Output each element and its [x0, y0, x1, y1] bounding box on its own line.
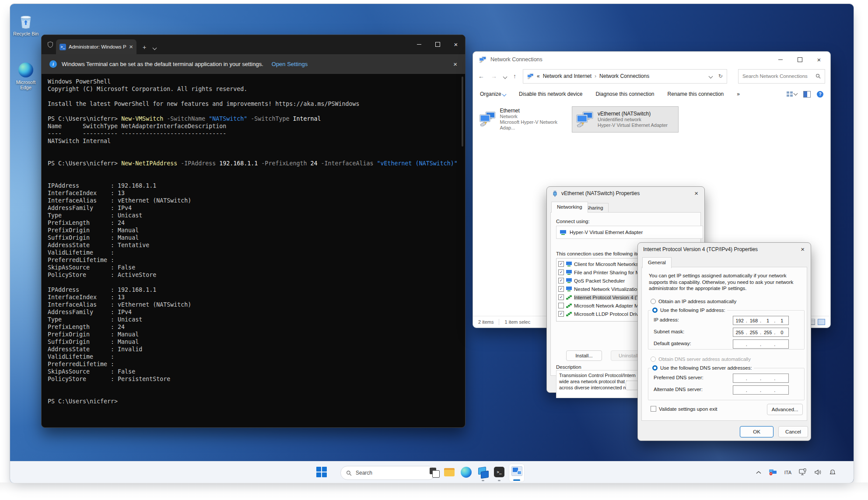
validate-settings-checkbox[interactable]: Validate settings upon exit	[651, 406, 717, 412]
terminal-titlebar[interactable]: Administrator: Windows Pow +	[42, 35, 465, 54]
preview-pane-button[interactable]	[803, 91, 811, 98]
hyperv-manager-button[interactable]	[477, 467, 489, 478]
tray-overflow-icon[interactable]	[756, 470, 761, 475]
task-view-button[interactable]	[429, 467, 440, 478]
checkbox-icon[interactable]: ✓	[558, 286, 564, 292]
connection-item-label: QoS Packet Scheduler	[574, 278, 625, 283]
checkbox-icon[interactable]	[558, 303, 564, 308]
terminal-line: IPAddress : 192.168.1.1	[48, 286, 465, 294]
explorer-close-button[interactable]	[809, 52, 829, 67]
radio-obtain-ip[interactable]: Obtain an IP address automatically	[651, 299, 736, 304]
tab-close-icon[interactable]	[129, 43, 133, 50]
change-view-button[interactable]	[787, 91, 797, 97]
open-settings-link[interactable]: Open Settings	[272, 61, 308, 67]
checkbox-icon[interactable]: ✓	[558, 278, 564, 283]
terminal-line	[48, 279, 465, 286]
install-button[interactable]: Install...	[566, 350, 602, 361]
terminal-line: PreferredLifetime :	[48, 360, 465, 368]
tab-general[interactable]: General	[642, 257, 672, 268]
network-adapter-icon	[479, 111, 496, 127]
terminal-line	[48, 152, 465, 160]
terminal-line: SkipAsSource : False	[48, 264, 465, 271]
radio-use-dns-icon[interactable]	[652, 365, 658, 371]
breadcrumb-item-network-and-internet[interactable]: Network and Internet	[543, 73, 592, 79]
preferred-dns-label: Preferred DNS server:	[654, 375, 704, 380]
terminal-line: AddressFamily : IPv4	[48, 308, 465, 316]
checkbox-icon[interactable]: ✓	[558, 311, 564, 317]
desktop-icon-recycle-bin[interactable]: Recycle Bin	[10, 14, 42, 36]
banner-close-icon[interactable]	[453, 61, 457, 68]
network-connections-taskbar-button[interactable]	[509, 464, 525, 482]
breadcrumb[interactable]: « Network and Internet › Network Connect…	[523, 69, 727, 84]
adapter-tile-ethernet[interactable]: Ethernet Network Microsoft Hyper-V Netwo…	[476, 106, 573, 132]
explorer-titlebar[interactable]: Network Connections	[473, 52, 830, 67]
explorer-maximize-button[interactable]	[790, 52, 809, 67]
language-indicator[interactable]: ITA	[784, 470, 791, 475]
terminal-minimize-button[interactable]	[410, 35, 428, 53]
desktop-icon-microsoft-edge[interactable]: Microsoft Edge	[10, 63, 42, 90]
checkbox-icon[interactable]: ✓	[558, 269, 564, 275]
forward-icon[interactable]: →	[491, 73, 497, 80]
checkbox-icon[interactable]: ✓	[558, 261, 564, 267]
adapter-device: Microsoft Hyper-V Network Adap...	[500, 119, 569, 131]
ok-button[interactable]: OK	[740, 426, 774, 437]
advanced-button[interactable]: Advanced...	[767, 404, 803, 415]
help-icon[interactable]	[817, 91, 823, 98]
terminal-line: NATSwitch Internal	[48, 137, 465, 145]
edge-button[interactable]	[461, 467, 472, 478]
radio-icon[interactable]	[651, 299, 656, 304]
organize-menu[interactable]: Organize	[480, 91, 506, 97]
up-icon[interactable]: ↑	[513, 73, 516, 80]
recent-locations-icon[interactable]	[504, 72, 507, 80]
toolbar-overflow-icon[interactable]: »	[737, 91, 740, 97]
terminal-close-button[interactable]	[447, 35, 465, 53]
subnet-mask-field[interactable]: 2552552550	[733, 328, 789, 337]
terminal-line: PrefixLength : 24	[48, 323, 465, 331]
new-tab-button[interactable]: +	[143, 44, 146, 50]
adapter-dialog-titlebar[interactable]: vEthernet (NATSwitch) Properties	[547, 187, 704, 200]
terminal-output[interactable]: Windows PowerShellCopyright (C) Microsof…	[42, 74, 465, 427]
taskbar-search[interactable]: Search	[340, 466, 436, 480]
terminal-taskbar-button[interactable]	[494, 467, 505, 478]
system-tray: ITA z	[756, 462, 836, 483]
rename-connection-button[interactable]: Rename this connection	[668, 91, 724, 97]
radio-use-ip-label[interactable]: Use the following IP address:	[660, 308, 725, 313]
file-explorer-button[interactable]	[444, 467, 455, 478]
breadcrumb-item-network-connections[interactable]: Network Connections	[599, 73, 649, 79]
terminal-maximize-button[interactable]	[428, 35, 447, 53]
volume-icon[interactable]	[814, 469, 822, 476]
checkbox-icon[interactable]	[651, 406, 656, 412]
preferred-dns-field[interactable]	[733, 374, 789, 383]
ip-address-field[interactable]: 19216811	[733, 316, 789, 325]
diagnose-connection-button[interactable]: Diagnose this connection	[595, 91, 654, 97]
network-status-icon[interactable]	[799, 469, 807, 476]
checkbox-icon[interactable]: ✓	[558, 294, 564, 300]
refresh-icon[interactable]: ↻	[718, 73, 723, 79]
alternate-dns-field[interactable]	[733, 385, 789, 395]
radio-use-ip-icon[interactable]	[652, 308, 658, 313]
focus-assist-bell-icon[interactable]: z	[829, 469, 836, 476]
tab-networking[interactable]: Networking	[551, 202, 588, 213]
disable-device-button[interactable]: Disable this network device	[519, 91, 582, 97]
network-disconnected-icon[interactable]	[769, 469, 777, 476]
explorer-minimize-button[interactable]	[771, 52, 790, 67]
start-button[interactable]	[316, 467, 328, 478]
ipv4-dialog-titlebar[interactable]: Internet Protocol Version 4 (TCP/IPv4) P…	[638, 243, 811, 256]
breadcrumb-collapse-icon[interactable]: «	[537, 73, 540, 79]
back-icon[interactable]: ←	[478, 73, 484, 80]
adapter-tile-vethernet-natswitch[interactable]: vEthernet (NATSwitch) Unidentified netwo…	[572, 106, 679, 133]
terminal-tab[interactable]: Administrator: Windows Pow	[56, 39, 136, 54]
terminal-line: Copyright (C) Microsoft Corporation. All…	[48, 85, 465, 93]
static-ip-group: Use the following IP address: IP address…	[648, 308, 805, 350]
default-gateway-field[interactable]	[733, 339, 789, 349]
explorer-search-box[interactable]: Search Network Connections	[738, 69, 825, 84]
ipv4-dialog-close-button[interactable]	[801, 246, 805, 252]
terminal-scrollbar[interactable]	[462, 77, 463, 147]
adapter-dialog-close-button[interactable]	[694, 190, 698, 196]
radio-use-dns-label[interactable]: Use the following DNS server addresses:	[660, 365, 752, 371]
icons-view-icon[interactable]	[818, 319, 825, 325]
cancel-button[interactable]: Cancel	[778, 426, 808, 437]
tab-dropdown-button[interactable]	[153, 44, 156, 50]
adapter-ok-button-partial[interactable]	[626, 381, 639, 390]
address-dropdown-icon[interactable]	[709, 73, 712, 79]
